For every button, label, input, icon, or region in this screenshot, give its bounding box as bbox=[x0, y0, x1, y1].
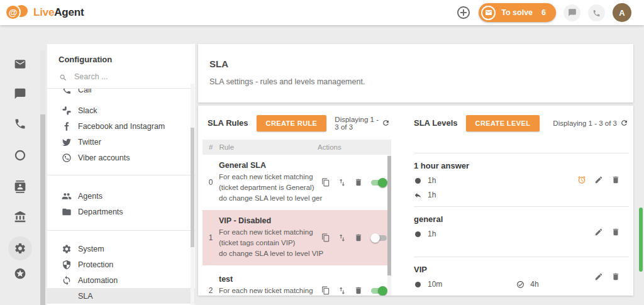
sidebar-item-automation[interactable]: Automation bbox=[47, 272, 195, 288]
phone-icon bbox=[62, 89, 72, 95]
rule-enabled-toggle[interactable] bbox=[370, 178, 387, 187]
page-subtitle: SLA settings - rules and levels manageme… bbox=[209, 77, 633, 86]
copy-icon[interactable] bbox=[321, 233, 330, 242]
sidebar-item-call[interactable]: Call bbox=[47, 89, 195, 97]
edit-icon[interactable] bbox=[594, 228, 603, 236]
copy-icon[interactable] bbox=[321, 178, 330, 187]
sidebar-item-label: Protection bbox=[78, 260, 113, 269]
sidebar-item-label: Call bbox=[78, 89, 92, 94]
delete-icon[interactable] bbox=[354, 286, 363, 295]
sidebar-item-label: Departments bbox=[78, 208, 123, 216]
rule-index: 1 bbox=[203, 233, 219, 242]
refresh-icon[interactable] bbox=[382, 119, 390, 127]
facebook-icon bbox=[62, 121, 72, 131]
slack-icon bbox=[62, 106, 72, 116]
add-circle-icon[interactable] bbox=[456, 5, 471, 20]
divider bbox=[47, 175, 195, 175]
rule-condition-line: For each new ticket matching bbox=[219, 227, 321, 238]
sidebar-item-system[interactable]: System bbox=[47, 241, 195, 257]
first-answer-metric: 1h bbox=[414, 176, 436, 185]
sidebar-item-label: Viber accounts bbox=[78, 153, 130, 162]
rail-mail-icon[interactable] bbox=[14, 58, 26, 70]
app-screen: @ LiveAgent To solve 6 A Configuration bbox=[0, 0, 644, 305]
rule-condition-line: do change SLA level to level ger bbox=[219, 193, 321, 204]
sidebar-item-twitter[interactable]: Twitter bbox=[47, 134, 195, 150]
sidebar-item-label: Twitter bbox=[78, 138, 101, 147]
rail-phone-icon[interactable] bbox=[14, 118, 26, 130]
topbar-actions: To solve 6 A bbox=[456, 3, 631, 22]
sidebar-item-label: System bbox=[78, 245, 104, 253]
rail-chat-icon[interactable] bbox=[14, 87, 26, 100]
sidebar-item-agents[interactable]: Agents bbox=[47, 188, 195, 204]
rule-row: 2testFor each new ticket matching(ticket… bbox=[203, 265, 391, 296]
sidebar-scrollbar[interactable] bbox=[191, 84, 194, 305]
rule-enabled-toggle[interactable] bbox=[370, 233, 387, 243]
delete-icon[interactable] bbox=[611, 175, 620, 184]
rail-gear-icon[interactable] bbox=[14, 242, 26, 255]
chat-widget-tab[interactable] bbox=[639, 208, 643, 272]
solve-time-metric: 4h bbox=[516, 280, 538, 289]
rule-index: 2 bbox=[203, 286, 219, 295]
rule-enabled-toggle[interactable] bbox=[370, 286, 387, 296]
to-solve-label: To solve bbox=[501, 8, 533, 17]
search-icon bbox=[59, 73, 67, 81]
shield-icon bbox=[62, 260, 72, 270]
next-reply-metric: 1h bbox=[414, 191, 436, 199]
rule-condition-line: For each new ticket matching bbox=[219, 172, 321, 182]
reorder-icon[interactable] bbox=[338, 178, 347, 187]
rule-description: VIP - DisabledFor each new ticket matchi… bbox=[219, 210, 321, 265]
reorder-icon[interactable] bbox=[338, 286, 347, 295]
logo-bubble-icon: @ bbox=[6, 4, 29, 21]
sidebar-item-viber-accounts[interactable]: Viber accounts bbox=[47, 150, 195, 165]
create-level-button[interactable]: CREATE LEVEL bbox=[466, 115, 540, 131]
divider bbox=[47, 230, 195, 231]
rule-index: 0 bbox=[203, 178, 219, 187]
rail-bank-icon[interactable] bbox=[14, 211, 26, 223]
viber-icon bbox=[62, 153, 72, 163]
liveagent-logo[interactable]: @ LiveAgent bbox=[6, 4, 84, 21]
to-solve-button[interactable]: To solve 6 bbox=[479, 3, 556, 22]
sla-rules-pane: SLA Rules CREATE RULE Displaying 1 - 3 o… bbox=[198, 106, 391, 296]
sidebar-item-label: Slack bbox=[78, 106, 97, 115]
call-button[interactable] bbox=[588, 4, 605, 21]
rail-scrollbar[interactable] bbox=[40, 50, 45, 305]
sidebar-item-protection[interactable]: Protection bbox=[47, 257, 195, 272]
reply-icon bbox=[414, 191, 422, 199]
levels-paging-text: Displaying 1 - 3 of 3 bbox=[553, 119, 617, 127]
rule-description: testFor each new ticket matching(ticket … bbox=[219, 269, 321, 296]
level-name: 1 hour answer bbox=[414, 161, 629, 170]
sla-content-card: SLA Rules CREATE RULE Displaying 1 - 3 o… bbox=[198, 106, 633, 296]
sidebar-item-sla[interactable]: SLA bbox=[47, 288, 195, 304]
sidebar-item-facebook-and-instagram[interactable]: Facebook and Instagram bbox=[47, 118, 195, 134]
chat-button[interactable] bbox=[564, 4, 580, 21]
sidebar-item-label: SLA bbox=[78, 292, 93, 301]
reorder-icon[interactable] bbox=[338, 233, 347, 242]
copy-icon[interactable] bbox=[321, 286, 330, 295]
delete-icon[interactable] bbox=[354, 178, 363, 187]
first-answer-metric: 1h bbox=[414, 230, 436, 238]
edit-icon[interactable] bbox=[594, 272, 603, 281]
sidebar-item-departments[interactable]: Departments bbox=[47, 204, 195, 219]
delete-icon[interactable] bbox=[611, 272, 620, 281]
rail-contacts-icon[interactable] bbox=[14, 180, 26, 193]
sidebar-item-slack[interactable]: Slack bbox=[47, 103, 195, 118]
search-input[interactable] bbox=[74, 72, 169, 81]
alarm-icon[interactable] bbox=[577, 175, 586, 184]
edit-icon[interactable] bbox=[594, 175, 603, 184]
to-solve-count: 6 bbox=[541, 8, 546, 17]
page-header-card: SLA SLA settings - rules and levels mana… bbox=[198, 44, 633, 103]
create-rule-button[interactable]: CREATE RULE bbox=[257, 115, 327, 131]
page-title: SLA bbox=[209, 58, 633, 69]
delete-icon[interactable] bbox=[354, 233, 363, 242]
rule-condition-line: (ticket department is General) bbox=[219, 182, 321, 193]
rules-scrollbar[interactable] bbox=[387, 155, 391, 296]
delete-icon[interactable] bbox=[611, 228, 620, 236]
rule-row: 1VIP - DisabledFor each new ticket match… bbox=[203, 210, 391, 265]
avatar[interactable]: A bbox=[613, 3, 631, 22]
rail-star-icon[interactable] bbox=[14, 267, 26, 280]
rail-ring-icon[interactable] bbox=[14, 149, 26, 162]
icon-rail bbox=[0, 25, 40, 305]
rules-table-header: # Rule Actions bbox=[203, 140, 391, 155]
level-row: VIP10m4h bbox=[414, 257, 629, 296]
refresh-icon[interactable] bbox=[620, 119, 628, 127]
